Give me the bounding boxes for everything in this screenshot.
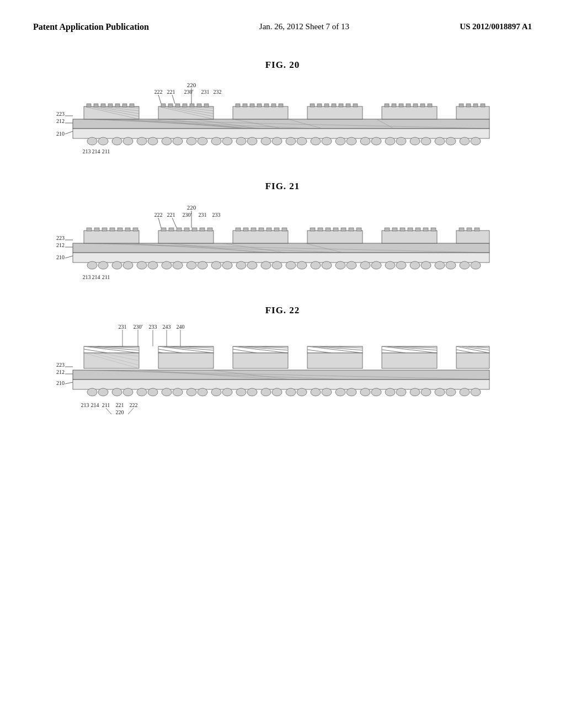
svg-point-10 (198, 137, 207, 145)
svg-text:231: 231 (201, 89, 210, 95)
svg-point-8 (173, 137, 183, 145)
svg-point-237 (162, 388, 172, 396)
svg-point-20 (322, 137, 332, 145)
fig21-diagram: 220 222 221 230' 231 233 223 212 210 213… (56, 197, 509, 286)
svg-text:221: 221 (167, 212, 175, 218)
svg-rect-210 (467, 228, 472, 231)
svg-rect-230 (73, 379, 489, 389)
svg-text:222: 222 (154, 212, 163, 218)
svg-point-235 (137, 388, 147, 396)
svg-rect-185 (236, 228, 241, 231)
svg-point-249 (311, 388, 321, 396)
svg-point-7 (162, 137, 172, 145)
svg-text:210: 210 (56, 254, 65, 260)
svg-rect-92 (332, 104, 336, 107)
svg-rect-79 (204, 104, 209, 107)
svg-rect-99 (399, 104, 403, 107)
svg-rect-83 (250, 104, 254, 107)
svg-point-18 (297, 137, 307, 145)
svg-point-242 (222, 388, 232, 396)
svg-point-24 (371, 137, 381, 145)
svg-point-29 (435, 137, 445, 145)
svg-point-258 (421, 388, 431, 396)
svg-point-145 (297, 261, 307, 269)
svg-rect-203 (400, 228, 405, 231)
fig22-diagram: 231 230' 233 243 240 223 212 210 213 214… (56, 322, 509, 418)
svg-point-234 (123, 388, 133, 396)
svg-rect-195 (326, 228, 331, 231)
svg-rect-193 (310, 228, 315, 231)
svg-point-154 (410, 261, 420, 269)
svg-point-30 (446, 137, 456, 145)
svg-rect-301 (158, 353, 214, 368)
svg-rect-191 (282, 228, 287, 231)
svg-rect-184 (233, 231, 288, 243)
svg-rect-202 (392, 228, 397, 231)
svg-point-257 (410, 388, 420, 396)
svg-rect-209 (459, 228, 464, 231)
svg-rect-180 (184, 228, 189, 231)
svg-point-25 (385, 137, 395, 145)
svg-point-233 (112, 388, 122, 396)
svg-text:231: 231 (119, 324, 127, 330)
svg-rect-97 (385, 104, 389, 107)
svg-rect-200 (382, 231, 437, 243)
svg-point-231 (87, 388, 97, 396)
svg-rect-100 (406, 104, 411, 107)
svg-rect-207 (431, 228, 436, 231)
svg-rect-78 (197, 104, 201, 107)
svg-text:220: 220 (116, 409, 124, 415)
svg-rect-326 (382, 353, 437, 368)
svg-point-251 (335, 388, 345, 396)
svg-rect-187 (251, 228, 256, 231)
svg-point-27 (410, 137, 420, 145)
svg-rect-0 (73, 129, 489, 138)
svg-point-6 (148, 137, 158, 145)
svg-point-157 (446, 261, 456, 269)
svg-rect-61 (115, 104, 120, 107)
svg-point-158 (460, 261, 470, 269)
svg-point-132 (137, 261, 147, 269)
svg-rect-77 (190, 104, 194, 107)
svg-line-217 (172, 218, 177, 228)
svg-point-134 (162, 261, 172, 269)
svg-point-147 (322, 261, 332, 269)
svg-point-133 (148, 261, 158, 269)
svg-text:214: 214 (91, 402, 99, 408)
svg-point-143 (272, 261, 282, 269)
svg-point-236 (148, 388, 158, 396)
svg-rect-206 (423, 228, 428, 231)
svg-text:212: 212 (56, 118, 65, 124)
fig20-diagram: 220 222 221 230' 231 232 223 212 210 213… (56, 76, 509, 162)
svg-rect-178 (169, 228, 174, 231)
svg-point-136 (186, 261, 196, 269)
svg-point-14 (247, 137, 257, 145)
svg-point-131 (123, 261, 133, 269)
svg-rect-310 (233, 353, 288, 368)
svg-rect-176 (158, 231, 214, 243)
svg-line-350 (65, 382, 73, 384)
svg-point-13 (236, 137, 246, 145)
svg-line-112 (158, 95, 161, 104)
svg-text:223: 223 (56, 362, 65, 368)
svg-rect-98 (392, 104, 396, 107)
svg-text:222: 222 (154, 89, 163, 95)
svg-point-241 (211, 388, 221, 396)
svg-rect-189 (266, 228, 271, 231)
svg-point-3 (112, 137, 122, 145)
svg-text:231: 231 (199, 212, 207, 218)
svg-rect-57 (87, 104, 91, 107)
svg-point-254 (371, 388, 381, 396)
svg-rect-95 (353, 104, 358, 107)
svg-rect-105 (459, 104, 463, 107)
svg-line-299 (158, 349, 182, 353)
svg-rect-58 (94, 104, 98, 107)
svg-text:213: 213 (81, 402, 89, 408)
svg-rect-172 (110, 228, 115, 231)
svg-text:233: 233 (149, 324, 157, 330)
svg-line-358 (128, 408, 134, 414)
svg-rect-106 (466, 104, 471, 107)
svg-point-250 (322, 388, 332, 396)
svg-text:220: 220 (187, 204, 196, 211)
svg-rect-168 (84, 231, 139, 243)
